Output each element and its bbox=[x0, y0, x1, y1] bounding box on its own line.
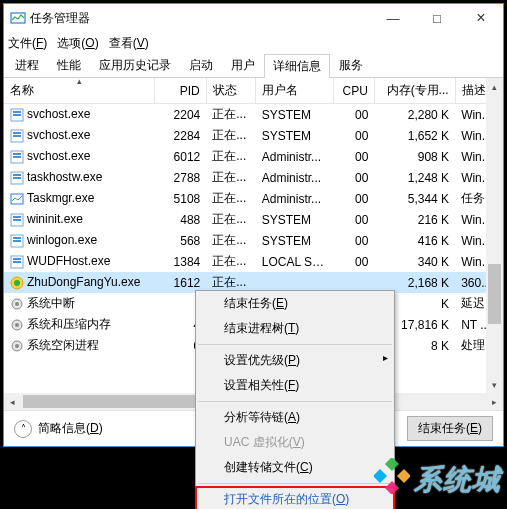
context-menu-item[interactable]: 结束进程树(T) bbox=[196, 316, 394, 341]
svg-rect-12 bbox=[13, 177, 21, 179]
col-pid[interactable]: PID bbox=[155, 78, 207, 104]
scroll-left-icon[interactable]: ◂ bbox=[4, 393, 21, 410]
scroll-right-icon[interactable]: ▸ bbox=[486, 393, 503, 410]
watermark-text: 系统城 bbox=[414, 461, 501, 499]
process-icon bbox=[10, 276, 24, 290]
tab-3[interactable]: 启动 bbox=[180, 53, 222, 77]
menu-view[interactable]: 查看(V) bbox=[109, 35, 149, 52]
table-row[interactable]: taskhostw.exe2788正在...Administr...001,24… bbox=[4, 167, 503, 188]
fewer-details-button[interactable]: ˄ 简略信息(D) bbox=[14, 420, 103, 438]
context-menu-item[interactable]: 分析等待链(A) bbox=[196, 405, 394, 430]
context-menu-item[interactable]: 设置优先级(P) bbox=[196, 348, 394, 373]
table-row[interactable]: svchost.exe6012正在...Administr...00908 KW… bbox=[4, 146, 503, 167]
svg-rect-5 bbox=[13, 132, 21, 134]
svg-rect-19 bbox=[13, 240, 21, 242]
context-menu: 结束任务(E)结束进程树(T)设置优先级(P)设置相关性(F)分析等待链(A)U… bbox=[195, 290, 395, 509]
process-icon bbox=[10, 255, 24, 269]
tab-2[interactable]: 应用历史记录 bbox=[90, 53, 180, 77]
svg-rect-33 bbox=[397, 469, 410, 483]
process-icon bbox=[10, 213, 24, 227]
menubar: 文件(F) 选项(O) 查看(V) bbox=[4, 32, 503, 54]
table-row[interactable]: svchost.exe2284正在...SYSTEM001,652 KWin..… bbox=[4, 125, 503, 146]
scroll-up-icon[interactable]: ▴ bbox=[486, 78, 503, 95]
window-title: 任务管理器 bbox=[30, 10, 90, 27]
app-icon bbox=[10, 10, 26, 26]
titlebar: 任务管理器 — □ × bbox=[4, 4, 503, 32]
tab-6[interactable]: 服务 bbox=[330, 53, 372, 77]
menu-options[interactable]: 选项(O) bbox=[57, 35, 98, 52]
vertical-scrollbar[interactable]: ▴ ▾ bbox=[486, 78, 503, 393]
fewer-details-label: 简略信息(D) bbox=[38, 420, 103, 437]
context-menu-item[interactable]: 设置相关性(F) bbox=[196, 373, 394, 398]
svg-rect-21 bbox=[13, 258, 21, 260]
svg-rect-22 bbox=[13, 261, 21, 263]
svg-point-30 bbox=[15, 344, 19, 348]
table-row[interactable]: wininit.exe488正在...SYSTEM00216 KWin... bbox=[4, 209, 503, 230]
process-icon bbox=[10, 339, 24, 353]
svg-point-26 bbox=[15, 302, 19, 306]
col-status[interactable]: 状态 bbox=[206, 78, 256, 104]
table-row[interactable]: Taskmgr.exe5108正在...Administr...005,344 … bbox=[4, 188, 503, 209]
context-menu-item[interactable]: 打开文件所在的位置(O) bbox=[196, 487, 394, 509]
svg-point-28 bbox=[15, 323, 19, 327]
table-row[interactable]: WUDFHost.exe1384正在...LOCAL SE...00340 KW… bbox=[4, 251, 503, 272]
table-header-row: 名称 PID 状态 用户名 CPU 内存(专用... 描述 bbox=[4, 78, 503, 104]
svg-rect-8 bbox=[13, 153, 21, 155]
svg-rect-9 bbox=[13, 156, 21, 158]
svg-point-24 bbox=[14, 280, 20, 286]
svg-rect-0 bbox=[11, 13, 25, 23]
table-row[interactable]: svchost.exe2204正在...SYSTEM002,280 KWin..… bbox=[4, 104, 503, 126]
process-icon bbox=[10, 234, 24, 248]
table-row[interactable]: winlogon.exe568正在...SYSTEM00416 KWin... bbox=[4, 230, 503, 251]
col-name[interactable]: 名称 bbox=[4, 78, 155, 104]
col-user[interactable]: 用户名 bbox=[256, 78, 333, 104]
process-icon bbox=[10, 171, 24, 185]
process-icon bbox=[10, 150, 24, 164]
process-icon bbox=[10, 192, 24, 206]
context-menu-item[interactable]: 创建转储文件(C) bbox=[196, 455, 394, 480]
context-menu-item[interactable]: 结束任务(E) bbox=[196, 291, 394, 316]
tab-0[interactable]: 进程 bbox=[6, 53, 48, 77]
svg-rect-3 bbox=[13, 114, 21, 116]
context-menu-item: UAC 虚拟化(V) bbox=[196, 430, 394, 455]
end-task-button[interactable]: 结束任务(E) bbox=[407, 416, 493, 441]
scroll-thumb[interactable] bbox=[488, 264, 501, 324]
chevron-up-icon: ˄ bbox=[14, 420, 32, 438]
tab-bar: 进程性能应用历史记录启动用户详细信息服务 bbox=[4, 54, 503, 78]
svg-rect-16 bbox=[13, 219, 21, 221]
tab-1[interactable]: 性能 bbox=[48, 53, 90, 77]
svg-rect-6 bbox=[13, 135, 21, 137]
svg-rect-15 bbox=[13, 216, 21, 218]
minimize-button[interactable]: — bbox=[371, 4, 415, 32]
process-icon bbox=[10, 297, 24, 311]
svg-rect-11 bbox=[13, 174, 21, 176]
maximize-button[interactable]: □ bbox=[415, 4, 459, 32]
tab-4[interactable]: 用户 bbox=[222, 53, 264, 77]
menu-file[interactable]: 文件(F) bbox=[8, 35, 47, 52]
process-icon bbox=[10, 108, 24, 122]
scroll-down-icon[interactable]: ▾ bbox=[486, 376, 503, 393]
svg-rect-2 bbox=[13, 111, 21, 113]
process-icon bbox=[10, 318, 24, 332]
col-mem[interactable]: 内存(专用... bbox=[374, 78, 455, 104]
close-button[interactable]: × bbox=[459, 4, 503, 32]
svg-rect-18 bbox=[13, 237, 21, 239]
tab-5[interactable]: 详细信息 bbox=[264, 54, 330, 78]
process-icon bbox=[10, 129, 24, 143]
col-cpu[interactable]: CPU bbox=[333, 78, 374, 104]
